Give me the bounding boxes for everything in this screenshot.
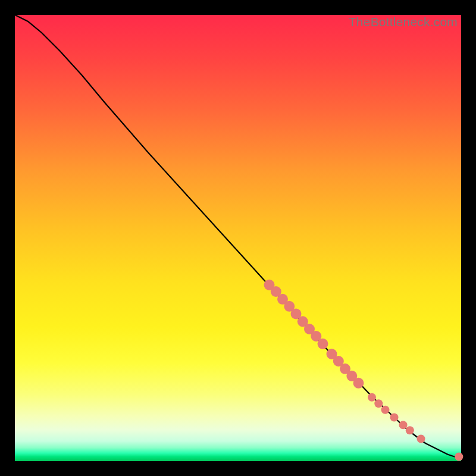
- scatter-markers: [264, 280, 464, 461]
- data-point: [374, 399, 383, 408]
- data-point: [417, 435, 425, 443]
- data-point: [399, 421, 408, 429]
- data-point: [353, 378, 364, 389]
- data-point: [381, 406, 390, 414]
- data-point: [390, 414, 399, 422]
- data-point: [455, 453, 463, 461]
- curve-line: [15, 15, 461, 457]
- chart-svg: [15, 15, 461, 461]
- data-point: [406, 426, 414, 434]
- data-point: [368, 393, 376, 402]
- data-point: [318, 339, 328, 349]
- chart-plot-area: TheBottleneck.com: [15, 15, 461, 461]
